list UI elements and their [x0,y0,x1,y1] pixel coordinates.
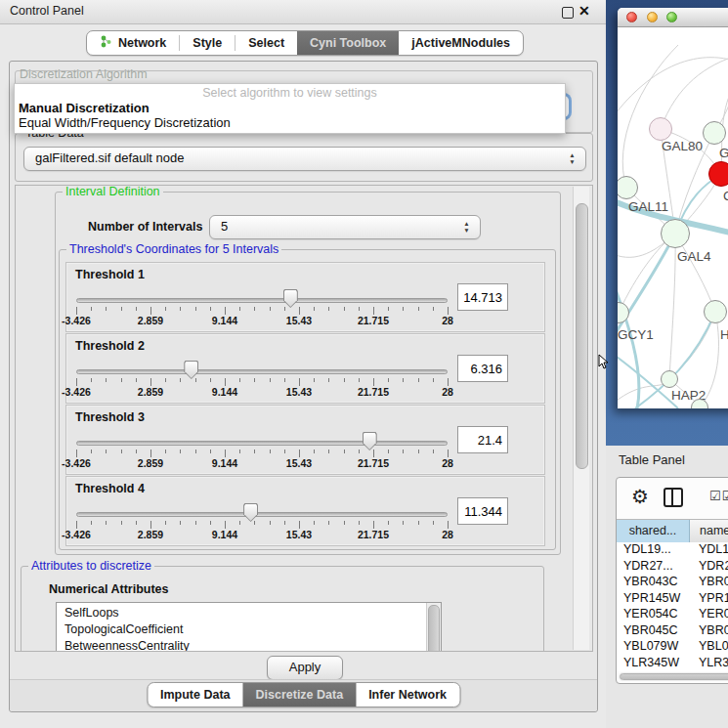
threshold-value-field[interactable] [457,355,508,382]
tab-cyni-toolbox[interactable]: Cyni Toolbox [297,31,399,55]
threshold-label: Threshold 1 [75,268,145,281]
slider-track[interactable] [76,512,448,517]
tick-label: 15.43 [278,315,321,326]
minimize-traffic-light-icon[interactable] [647,12,658,22]
threshold-value-field[interactable] [457,283,508,311]
tick-mark [76,521,77,529]
column-layout-icon[interactable] [664,488,683,507]
mode-tab-discretize-data[interactable]: Discretize Data [243,683,357,707]
slider-thumb[interactable] [283,289,298,308]
number-of-intervals-label: Number of Intervals [88,220,202,234]
slider-thumb-face [364,433,376,450]
attribute-list-item[interactable]: TopologicalCoefficient [57,621,427,637]
tab-jactivemnodules[interactable]: jActiveMNodules [399,31,523,55]
tick-mark [403,307,404,311]
list-scrollbar-thumb[interactable] [428,605,440,652]
tick-mark [195,307,196,311]
tick-mark [328,450,329,453]
settings-gear-icon[interactable]: ⚙ [631,485,649,508]
numerical-attributes-list[interactable]: SelfLoopsTopologicalCoefficientBetweenne… [56,602,442,652]
table-row[interactable]: YBR045CYBR045C [617,623,728,640]
algorithm-option[interactable]: Manual Discretization [19,101,150,115]
interval-definition-group: Interval Definition Number of Intervals … [55,192,561,555]
attribute-list-item[interactable]: SelfLoops [57,604,427,621]
tick-mark [106,450,107,453]
tick-label: 15.43 [278,529,321,540]
algorithm-option[interactable]: Equal Width/Frequency Discretization [19,115,231,130]
threshold-value-field[interactable] [457,497,508,525]
table-row[interactable]: YER054CYER054C [617,607,728,623]
tick-mark [180,521,181,525]
tick-mark [254,450,255,453]
tick-mark [418,450,419,453]
panel-scrollbar[interactable] [573,187,589,650]
float-window-icon[interactable] [562,7,574,19]
network-node[interactable] [649,117,672,141]
table-row[interactable]: YLR345WYLR345W [617,656,728,672]
tick-mark [284,450,285,453]
tick-label: 9.144 [203,386,246,398]
tick-mark [150,378,151,386]
tab-select[interactable]: Select [236,31,297,55]
network-node-label: H [720,327,728,342]
column-header-shared-name[interactable]: shared... [617,520,690,543]
table-row[interactable]: YDL19...YDL19 [617,542,728,559]
network-node-label: GAL80 [662,139,703,153]
table-horizontal-scrollbar[interactable] [619,672,728,681]
tab-label: Cyni Toolbox [310,36,386,50]
table-hscrollbar-thumb[interactable] [620,673,728,680]
network-node[interactable] [708,161,728,187]
slider-thumb[interactable] [243,503,258,522]
list-scrollbar[interactable] [426,603,441,652]
network-node[interactable] [704,300,727,323]
tick-mark [136,521,137,525]
panel-scrollbar-thumb[interactable] [576,203,588,469]
slider-thumb[interactable] [184,361,198,379]
tick-label: 9.144 [203,529,246,540]
network-node[interactable] [661,370,678,388]
slider-track[interactable] [76,369,448,374]
tick-mark [136,307,137,311]
tab-label: Style [193,36,222,50]
select-columns-checkbox-icons[interactable]: ☑☑ [709,489,728,503]
threshold-label: Threshold 4 [75,482,145,495]
table-data-combobox[interactable]: galFiltered.sif default node ▲▼ [23,147,586,171]
threshold-panel: Threshold 1-3.4262.8599.14415.4321.71528 [65,262,545,332]
tick-mark [299,378,300,386]
slider-track[interactable] [76,441,448,446]
mode-tab-impute-data[interactable]: Impute Data [148,683,243,707]
tick-label: -3.426 [55,315,98,326]
thresholds-group: Threshold's Coordinates for 5 Intervals … [59,249,556,550]
slider-thumb[interactable] [363,432,377,450]
mode-tab-infer-network[interactable]: Infer Network [356,683,459,707]
number-of-intervals-combobox[interactable]: 5 ▲▼ [209,215,481,239]
network-node[interactable] [661,219,690,248]
threshold-label: Threshold 2 [75,339,145,353]
cell-shared-name: YLR345W [617,656,690,672]
tick-mark [91,450,92,453]
tick-mark [165,378,166,382]
table-row[interactable]: YBL079WYBL079W [617,639,728,656]
tick-label: 2.859 [129,457,172,469]
network-canvas[interactable]: GAL80GACGAL11GAL4GCY1HHAP2 [618,27,728,408]
tab-network[interactable]: Network [87,31,179,55]
table-row[interactable]: YBR043CYBR043C [617,575,728,591]
tab-style[interactable]: Style [180,31,235,55]
apply-button[interactable]: Apply [267,656,343,680]
close-icon[interactable]: ✕ [578,3,590,19]
tick-mark [328,521,329,525]
table-row[interactable]: YPR145WYPR145W [617,591,728,608]
tick-mark [150,521,151,529]
network-node[interactable] [703,121,726,145]
zoom-traffic-light-icon[interactable] [666,12,677,22]
slider-thumb-face [284,290,297,307]
table-row[interactable]: YDR27...YDR27 [617,559,728,576]
column-header-name[interactable]: name [690,520,728,543]
attribute-list-item[interactable]: BetweennessCentrality [57,637,427,652]
tick-label: -3.426 [55,386,98,398]
slider-track[interactable] [76,298,448,303]
tick-mark [225,521,226,529]
tick-label: 21.715 [352,457,395,469]
close-traffic-light-icon[interactable] [626,12,637,22]
threshold-value-field[interactable] [457,426,508,453]
